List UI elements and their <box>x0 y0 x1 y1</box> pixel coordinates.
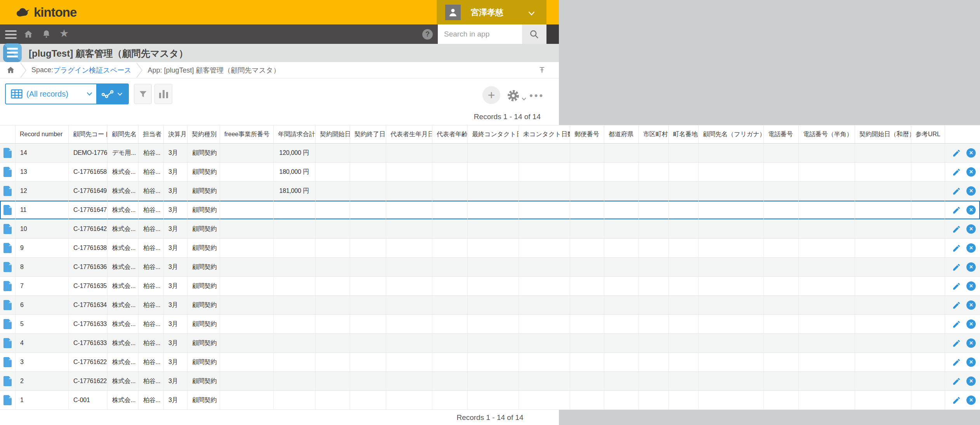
column-header-customer-name[interactable]: 顧問先名 <box>108 125 139 143</box>
delete-record-icon[interactable]: × <box>966 186 976 196</box>
record-file-icon[interactable] <box>3 357 12 367</box>
favorites-star-icon[interactable]: ★ <box>59 28 69 38</box>
cell-record-number: 5 <box>16 315 69 333</box>
kintone-logo[interactable]: kintone <box>15 5 76 20</box>
record-file-icon[interactable] <box>3 167 12 177</box>
column-header-contract-start-wareki[interactable]: 契約開始日（和暦） <box>855 125 911 143</box>
column-header-rep-birthdate[interactable]: 代表者生年月日 <box>386 125 432 143</box>
cell-phone-number <box>764 220 799 238</box>
record-file-icon[interactable] <box>3 262 12 272</box>
cell-phone-number-hankaku <box>799 334 855 352</box>
chevron-down-icon[interactable] <box>522 95 526 102</box>
add-record-button[interactable]: + <box>482 86 500 104</box>
edit-record-icon[interactable] <box>952 206 961 215</box>
breadcrumb-app-item[interactable]: App: [plugTest] 顧客管理（顧問先マスタ） <box>147 66 280 75</box>
column-header-freee-office-number[interactable]: freee事業所番号 <box>220 125 274 143</box>
cell-record-number: 6 <box>16 296 69 314</box>
delete-record-icon[interactable]: × <box>966 319 976 329</box>
column-header-prefecture[interactable]: 都道府県 <box>604 125 639 143</box>
cell-fiscal-month: 3月 <box>164 220 187 238</box>
column-header-reference-url[interactable]: 参考URL <box>911 125 945 143</box>
cell-fiscal-month: 3月 <box>164 296 187 314</box>
delete-record-icon[interactable]: × <box>966 205 976 215</box>
edit-record-icon[interactable] <box>952 187 961 196</box>
record-file-icon[interactable] <box>3 205 12 215</box>
more-options-button[interactable]: ••• <box>529 90 544 101</box>
record-file-icon[interactable] <box>3 300 12 310</box>
notifications-bell-icon[interactable] <box>42 29 51 40</box>
user-menu[interactable]: 宮澤孝慈 <box>437 0 546 24</box>
record-file-icon[interactable] <box>3 395 12 405</box>
edit-record-icon[interactable] <box>952 377 961 386</box>
row-actions: × <box>945 239 980 257</box>
column-header-street-address[interactable]: 町名番地 <box>669 125 699 143</box>
portal-home-icon[interactable] <box>6 66 15 75</box>
delete-record-icon[interactable]: × <box>966 338 976 348</box>
app-icon[interactable] <box>3 43 22 62</box>
column-header-customer-name-kana[interactable]: 顧問先名（フリガナ） <box>699 125 764 143</box>
delete-record-icon[interactable]: × <box>966 167 976 177</box>
column-header-rep-age[interactable]: 代表者年齢 <box>432 125 468 143</box>
cell-phone-number <box>764 258 799 276</box>
delete-record-icon[interactable]: × <box>966 224 976 234</box>
record-file-icon[interactable] <box>3 281 12 291</box>
column-header-last-contact-date[interactable]: 最終コンタクト日 <box>468 125 519 143</box>
edit-record-icon[interactable] <box>952 320 961 329</box>
graph-view-button[interactable] <box>96 84 128 104</box>
edit-record-icon[interactable] <box>952 301 961 310</box>
edit-record-icon[interactable] <box>952 168 961 177</box>
search-button[interactable] <box>522 24 546 44</box>
help-icon[interactable]: ? <box>422 29 433 40</box>
edit-record-icon[interactable] <box>952 263 961 272</box>
edit-record-icon[interactable] <box>952 339 961 348</box>
view-selector-dropdown[interactable]: (All records) <box>6 84 96 104</box>
column-header-days-without-contact[interactable]: 未コンタクト日数 <box>519 125 570 143</box>
column-header-rep[interactable]: 担当者 <box>139 125 164 143</box>
column-header-contract-type[interactable]: 契約種別 <box>187 125 220 143</box>
record-file-icon[interactable] <box>3 338 12 348</box>
column-header-record-number[interactable]: Record number <box>16 125 69 143</box>
edit-record-icon[interactable] <box>952 282 961 291</box>
cell-postal-code <box>570 391 604 409</box>
delete-record-icon[interactable]: × <box>966 357 976 367</box>
record-file-icon[interactable] <box>3 224 12 234</box>
column-header-contract-end-date[interactable]: 契約終了日 <box>350 125 386 143</box>
home-icon[interactable] <box>23 29 33 41</box>
pin-announcement-icon[interactable]: Ŧ <box>539 65 545 75</box>
column-header-postal-code[interactable]: 郵便番号 <box>570 125 604 143</box>
record-file-icon[interactable] <box>3 186 12 196</box>
record-file-icon[interactable] <box>3 243 12 253</box>
edit-record-icon[interactable] <box>952 149 961 158</box>
delete-record-icon[interactable]: × <box>966 396 976 405</box>
column-header-contract-start-date[interactable]: 契約開始日 <box>316 125 350 143</box>
column-header-phone-number-hankaku[interactable]: 電話番号（半角） <box>799 125 855 143</box>
column-header-annual-billing-total[interactable]: 年間請求合計 <box>274 125 316 143</box>
delete-record-icon[interactable]: × <box>966 243 976 253</box>
hamburger-menu-icon[interactable] <box>5 30 17 41</box>
search-input[interactable] <box>438 24 522 44</box>
column-header-customer-code[interactable]: 顧問先コード <box>69 125 108 143</box>
breadcrumb-space-link[interactable]: プラグイン検証スペース <box>53 66 131 75</box>
delete-record-icon[interactable]: × <box>966 300 976 310</box>
edit-record-icon[interactable] <box>952 244 961 253</box>
edit-record-icon[interactable] <box>952 396 961 405</box>
cell-prefecture <box>604 258 639 276</box>
chart-button[interactable] <box>154 84 172 104</box>
column-header-fiscal-month[interactable]: 決算月 <box>164 125 187 143</box>
column-header-city[interactable]: 市区町村 <box>639 125 669 143</box>
column-header-phone-number[interactable]: 電話番号 <box>764 125 799 143</box>
filter-button[interactable] <box>134 84 152 104</box>
app-settings-gear-icon[interactable] <box>507 89 520 104</box>
record-file-icon[interactable] <box>3 148 12 158</box>
record-link-cell <box>0 391 16 409</box>
cell-contract-start-wareki <box>855 372 911 390</box>
delete-record-icon[interactable]: × <box>966 262 976 272</box>
delete-record-icon[interactable]: × <box>966 376 976 386</box>
delete-record-icon[interactable]: × <box>966 281 976 291</box>
cell-contract-end-date <box>350 372 386 390</box>
edit-record-icon[interactable] <box>952 225 961 234</box>
delete-record-icon[interactable]: × <box>966 148 976 158</box>
edit-record-icon[interactable] <box>952 358 961 367</box>
record-file-icon[interactable] <box>3 376 12 386</box>
record-file-icon[interactable] <box>3 319 12 329</box>
